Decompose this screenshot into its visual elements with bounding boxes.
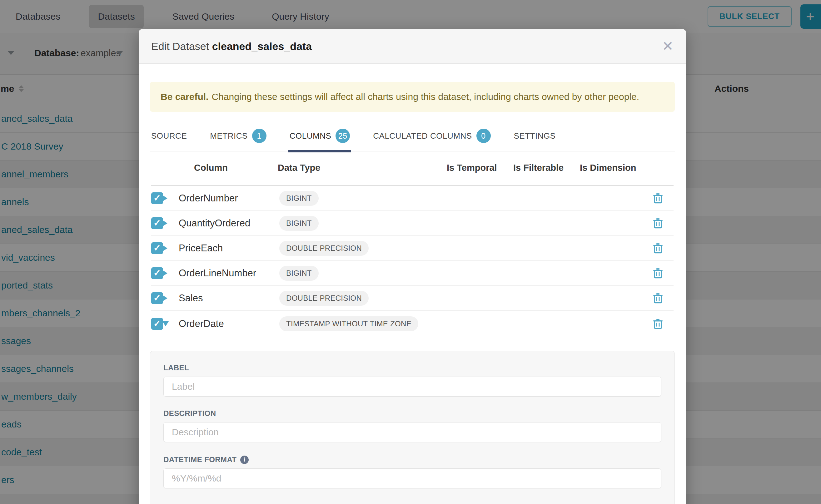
expand-caret-icon[interactable]: [162, 295, 167, 301]
trash-icon: [653, 268, 663, 279]
expand-caret-icon[interactable]: [162, 195, 167, 201]
is-dimension-checkbox[interactable]: ✓: [151, 217, 163, 229]
tab-label: SETTINGS: [514, 131, 556, 141]
trash-icon: [653, 318, 663, 329]
label-input[interactable]: [163, 377, 661, 397]
tab-count-badge: 1: [252, 129, 266, 143]
column-name: OrderLineNumber: [179, 268, 256, 279]
is-dimension-checkbox[interactable]: ✓: [151, 318, 163, 330]
is-dimension-checkbox[interactable]: ✓: [151, 292, 163, 304]
modal-title-dataset-name: cleaned_sales_data: [212, 40, 312, 52]
column-header: Column: [194, 163, 228, 173]
warning-banner: Be careful. Changing these settings will…: [150, 82, 675, 112]
column-name: OrderDate: [179, 318, 224, 329]
tab-columns[interactable]: COLUMNS25: [288, 129, 351, 151]
column-row-orderdate: OrderDateTIMESTAMP WITHOUT TIME ZONE✓✓✓: [151, 311, 674, 337]
warning-text: Changing these settings will affect all …: [211, 91, 639, 102]
column-name: PriceEach: [179, 243, 223, 254]
warning-bold-text: Be careful.: [161, 91, 208, 102]
data-type-badge: DOUBLE PRECISION: [279, 241, 368, 256]
modal-title: Edit Dataset cleaned_sales_data: [151, 40, 312, 52]
info-icon[interactable]: i: [240, 456, 249, 464]
description-field-label: DESCRIPTION: [163, 409, 661, 418]
data-type-badge: DOUBLE PRECISION: [279, 291, 368, 306]
is-temporal-header: Is Temporal: [447, 163, 497, 173]
column-name: QuantityOrdered: [179, 218, 250, 229]
collapse-caret-icon[interactable]: [162, 321, 169, 326]
is-dimension-checkbox[interactable]: ✓: [151, 267, 163, 279]
tab-label: CALCULATED COLUMNS: [373, 131, 472, 141]
datetime-format-input[interactable]: [163, 468, 661, 488]
is-dimension-checkbox[interactable]: ✓: [151, 192, 163, 204]
tab-label: COLUMNS: [289, 131, 331, 141]
column-name: Sales: [179, 293, 203, 304]
delete-column-button[interactable]: [653, 243, 663, 254]
column-row-ordernumber: OrderNumberBIGINT✓✓: [151, 186, 674, 211]
tab-metrics[interactable]: METRICS1: [209, 129, 268, 151]
edit-dataset-modal: Edit Dataset cleaned_sales_data ✕ Be car…: [139, 29, 686, 504]
data-type-header: Data Type: [278, 163, 320, 173]
expand-caret-icon[interactable]: [162, 245, 167, 251]
delete-column-button[interactable]: [653, 293, 663, 304]
trash-icon: [653, 243, 663, 254]
tab-label: METRICS: [210, 131, 248, 141]
tab-calculated-columns[interactable]: CALCULATED COLUMNS0: [372, 129, 492, 151]
expand-caret-icon[interactable]: [162, 270, 167, 276]
label-field-label: LABEL: [163, 363, 661, 372]
trash-icon: [653, 293, 663, 304]
description-input[interactable]: [163, 422, 661, 442]
is-dimension-checkbox[interactable]: ✓: [151, 242, 163, 254]
trash-icon: [653, 193, 663, 204]
column-row-orderlinenumber: OrderLineNumberBIGINT✓✓: [151, 261, 674, 286]
data-type-badge: TIMESTAMP WITHOUT TIME ZONE: [279, 316, 418, 331]
columns-table-rows: OrderNumberBIGINT✓✓QuantityOrderedBIGINT…: [151, 186, 674, 337]
modal-title-prefix: Edit Dataset: [151, 40, 209, 52]
data-type-badge: BIGINT: [279, 216, 319, 231]
expand-caret-icon[interactable]: [162, 220, 167, 226]
close-icon[interactable]: ✕: [662, 39, 674, 53]
datetime-format-field-label: DATETIME FORMAT i: [163, 455, 661, 464]
tab-settings[interactable]: SETTINGS: [513, 129, 557, 151]
tab-count-badge: 25: [335, 129, 350, 143]
delete-column-button[interactable]: [653, 268, 663, 279]
modal-tabs: SOURCEMETRICS1COLUMNS25CALCULATED COLUMN…: [150, 129, 675, 151]
column-editor-panel: LABEL DESCRIPTION DATETIME FORMAT i: [150, 351, 675, 504]
data-type-badge: BIGINT: [279, 266, 319, 281]
column-row-sales: SalesDOUBLE PRECISION✓✓: [151, 286, 674, 311]
columns-table-header: Column Data Type Is Temporal Is Filterab…: [151, 151, 674, 186]
delete-column-button[interactable]: [653, 193, 663, 204]
is-filterable-header: Is Filterable: [513, 163, 564, 173]
tab-source[interactable]: SOURCE: [150, 129, 188, 151]
is-dimension-header: Is Dimension: [580, 163, 636, 173]
modal-header: Edit Dataset cleaned_sales_data ✕: [139, 29, 686, 64]
tab-count-badge: 0: [477, 129, 491, 143]
data-type-badge: BIGINT: [279, 191, 319, 206]
tab-label: SOURCE: [151, 131, 187, 141]
trash-icon: [653, 218, 663, 229]
delete-column-button[interactable]: [653, 318, 663, 329]
delete-column-button[interactable]: [653, 218, 663, 229]
app: DatabasesDatasetsSaved QueriesQuery Hist…: [0, 0, 821, 504]
column-name: OrderNumber: [179, 193, 238, 204]
column-row-priceeach: PriceEachDOUBLE PRECISION✓✓: [151, 236, 674, 261]
column-row-quantityordered: QuantityOrderedBIGINT✓✓: [151, 211, 674, 236]
